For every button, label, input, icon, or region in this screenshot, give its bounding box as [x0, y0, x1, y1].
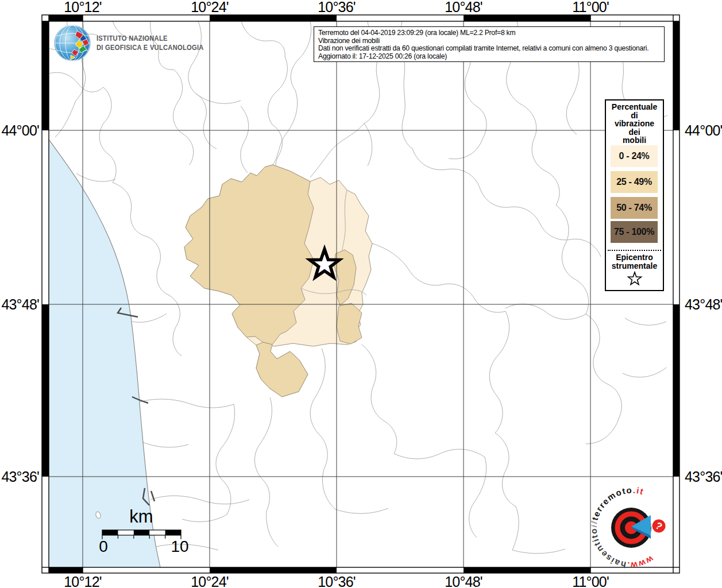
- axis-label-bottom-2: 10°36': [318, 574, 356, 588]
- legend-title-line: mobili: [606, 136, 663, 145]
- axis-label-top-2: 10°36': [318, 0, 356, 15]
- legend-swatch-25-49: 25 - 49%: [611, 171, 658, 193]
- ingv-wordmark-line2: DI GEOFISICA E VULCANOLOGIA: [96, 43, 204, 52]
- axis-label-bottom-0: 10°12': [64, 574, 102, 588]
- legend-title-line: di: [606, 111, 663, 120]
- legend-title-line: Percentuale: [606, 103, 663, 111]
- logo-text-it: .it: [632, 485, 645, 497]
- legend-star-icon: [627, 271, 643, 287]
- legend-title-line: vibrazione: [606, 119, 663, 128]
- axis-label-right-1: 43°48': [685, 296, 722, 313]
- legend: Percentuale di vibrazione dei mobili 0 -…: [605, 99, 664, 291]
- event-info-line-1: Terremoto del 04-04-2019 23:09:29 (ora l…: [318, 29, 660, 37]
- ingv-wordmark: ISTITUTO NAZIONALE DI GEOFISICA E VULCAN…: [96, 34, 204, 52]
- legend-swatch-0-24: 0 - 24%: [611, 145, 658, 167]
- legend-epicenter-line: Epicentro: [606, 253, 663, 262]
- legend-epicenter-label: Epicentro strumentale: [606, 253, 663, 270]
- logo-text-www: www.: [626, 554, 656, 571]
- logo-question-badge: ?: [649, 516, 669, 536]
- axis-label-right-0: 44°00': [685, 122, 722, 139]
- ingv-felt-map: 10°12' 10°24' 10°36' 10°48' 11°00' 10°12…: [0, 0, 722, 588]
- scale-bar-start: 0: [99, 537, 108, 556]
- axis-label-top-3: 10°48': [445, 0, 482, 15]
- legend-swatch-label: 75 - 100%: [614, 227, 654, 237]
- legend-swatch-label: 0 - 24%: [619, 151, 649, 161]
- event-info-box: Terremoto del 04-04-2019 23:09:29 (ora l…: [314, 26, 665, 62]
- axis-label-left-0: 44°00': [0, 122, 39, 139]
- event-info-line-2: Vibrazione dei mobili: [318, 37, 660, 45]
- legend-title-line: dei: [606, 128, 663, 137]
- ingv-logo: ISTITUTO NAZIONALE DI GEOFISICA E VULCAN…: [53, 24, 237, 64]
- axis-label-top-0: 10°12': [64, 0, 102, 15]
- ingv-wordmark-line1: ISTITUTO NAZIONALE: [96, 34, 168, 42]
- legend-divider: [608, 250, 661, 251]
- legend-swatch-75-100: 75 - 100%: [611, 221, 658, 243]
- ingv-globe-icon: [53, 24, 91, 62]
- event-info-line-4: Aggiornato il: 17-12-2025 00:26 (ora loc…: [318, 53, 660, 61]
- logo-text-sentito: sentito: [589, 528, 613, 564]
- legend-swatch-50-74: 50 - 74%: [611, 197, 658, 219]
- axis-label-bottom-3: 10°48': [445, 574, 482, 588]
- event-info-line-3: Dati non verificati estratti da 60 quest…: [318, 45, 660, 53]
- axis-label-right-2: 43°36': [685, 468, 722, 485]
- axis-label-left-1: 43°48': [0, 296, 39, 313]
- legend-title: Percentuale di vibrazione dei mobili: [606, 103, 663, 145]
- legend-epicenter-line: strumentale: [606, 262, 663, 270]
- axis-label-top-1: 10°24': [191, 0, 229, 15]
- axis-label-bottom-1: 10°24': [191, 574, 229, 588]
- axis-label-left-2: 43°36': [0, 468, 39, 485]
- sea: [49, 140, 160, 567]
- haisentito-logo: ? www.haisentitoilterremoto.it: [589, 482, 685, 578]
- legend-swatch-label: 50 - 74%: [616, 203, 652, 213]
- axis-label-top-4: 11°00': [572, 0, 609, 15]
- legend-swatch-label: 25 - 49%: [616, 177, 652, 187]
- scale-bar-unit: km: [129, 506, 153, 527]
- scale-bar-end: 10: [171, 537, 188, 556]
